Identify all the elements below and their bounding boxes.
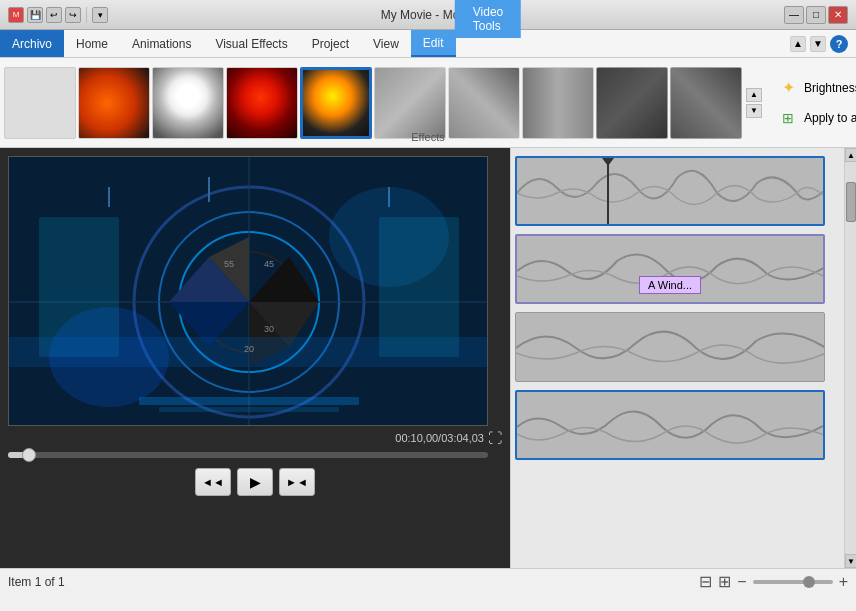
scrollbar-down-button[interactable]: ▼ bbox=[845, 554, 856, 568]
title-icons: M 💾 ↩ ↪ ▾ bbox=[8, 7, 108, 23]
timecode-display: 00:10,00/03:04,03 ⛶ bbox=[8, 430, 502, 446]
brightness-label: Brightness bbox=[804, 81, 856, 95]
scrollbar-thumb[interactable] bbox=[846, 182, 856, 222]
test-pattern-svg: 45 30 20 55 B A S E L I N E bbox=[9, 157, 487, 425]
maximize-button[interactable]: □ bbox=[806, 6, 826, 24]
dropdown-arrow[interactable]: ▾ bbox=[92, 7, 108, 23]
video-tools-label: Video Tools bbox=[455, 0, 521, 38]
redo-arrow: ↪ bbox=[65, 7, 81, 23]
forward-button[interactable]: ►◄ bbox=[279, 468, 315, 496]
waveform-4 bbox=[517, 392, 823, 458]
waveform-3 bbox=[516, 313, 824, 381]
brightness-button[interactable]: ✦ Brightness bbox=[772, 76, 856, 100]
save-icon[interactable]: 💾 bbox=[27, 7, 43, 23]
timecode-text: 00:10,00/03:04,03 bbox=[395, 432, 484, 444]
svg-text:55: 55 bbox=[224, 259, 234, 269]
preview-video: 45 30 20 55 B A S E L I N E bbox=[8, 156, 488, 426]
svg-point-21 bbox=[329, 187, 449, 287]
item-count-label: Item 1 of 1 bbox=[8, 575, 65, 589]
effect-gray1[interactable] bbox=[374, 67, 446, 139]
menu-animations[interactable]: Animations bbox=[120, 30, 203, 57]
svg-rect-28 bbox=[517, 392, 825, 460]
menu-archivo[interactable]: Archivo bbox=[0, 30, 64, 57]
zoom-in-button[interactable]: + bbox=[839, 573, 848, 591]
effects-label: Effects bbox=[411, 131, 444, 143]
scroll-down-button[interactable]: ▼ bbox=[746, 104, 762, 118]
view-grid-icon[interactable]: ⊟ bbox=[699, 572, 712, 591]
play-button[interactable]: ▶ bbox=[237, 468, 273, 496]
playback-controls: ◄◄ ▶ ►◄ bbox=[8, 468, 502, 496]
waveform-svg-4 bbox=[517, 392, 825, 460]
fullscreen-button[interactable]: ⛶ bbox=[488, 430, 502, 446]
apply-icon: ⊞ bbox=[778, 108, 798, 128]
apply-to-label: Apply to all bbox=[804, 111, 856, 125]
waveform-svg-1 bbox=[517, 158, 825, 226]
minimize-button[interactable]: — bbox=[784, 6, 804, 24]
svg-rect-25 bbox=[517, 158, 825, 226]
waveform-svg-3 bbox=[516, 313, 825, 382]
effect-gray2[interactable] bbox=[448, 67, 520, 139]
playhead[interactable] bbox=[607, 158, 609, 224]
progress-bar[interactable] bbox=[8, 452, 488, 458]
menu-edit[interactable]: Edit bbox=[411, 30, 456, 57]
effect-blank[interactable] bbox=[4, 67, 76, 139]
menu-project[interactable]: Project bbox=[300, 30, 361, 57]
menu-view[interactable]: View bbox=[361, 30, 411, 57]
forward-icon: ►◄ bbox=[286, 476, 308, 488]
play-icon: ▶ bbox=[250, 474, 261, 490]
divider bbox=[86, 7, 87, 23]
progress-thumb[interactable] bbox=[22, 448, 36, 462]
right-scrollbar: ▲ ▼ bbox=[844, 148, 856, 568]
menu-visual-effects[interactable]: Visual Effects bbox=[203, 30, 299, 57]
window-controls: — □ ✕ bbox=[784, 6, 848, 24]
view-list-icon[interactable]: ⊞ bbox=[718, 572, 731, 591]
timeline-track-4[interactable] bbox=[515, 390, 825, 460]
timeline-track-3[interactable] bbox=[515, 312, 825, 382]
text-overlay[interactable]: A Wind... bbox=[639, 276, 701, 294]
nav-up-arrow[interactable]: ▲ bbox=[790, 36, 806, 52]
svg-rect-19 bbox=[159, 407, 339, 412]
help-button[interactable]: ? bbox=[830, 35, 848, 53]
effect-yellow-selected[interactable] bbox=[300, 67, 372, 139]
svg-text:30: 30 bbox=[264, 324, 274, 334]
zoom-thumb[interactable] bbox=[803, 576, 815, 588]
nav-down-arrow[interactable]: ▼ bbox=[810, 36, 826, 52]
waveform-1 bbox=[517, 158, 823, 224]
svg-rect-27 bbox=[516, 313, 825, 382]
effect-dark[interactable] bbox=[596, 67, 668, 139]
status-right: ⊟ ⊞ − + bbox=[699, 572, 848, 591]
toolbar-scroll: ▲ ▼ bbox=[746, 88, 762, 118]
apply-to-all-button[interactable]: ⊞ Apply to all bbox=[772, 106, 856, 130]
timeline-track-1[interactable] bbox=[515, 156, 825, 226]
timeline-area: A Wind... bbox=[510, 148, 844, 568]
close-button[interactable]: ✕ bbox=[828, 6, 848, 24]
scrollbar-track[interactable] bbox=[845, 162, 856, 554]
scroll-up-button[interactable]: ▲ bbox=[746, 88, 762, 102]
window-title: My Movie - Movie Maker bbox=[108, 8, 784, 22]
rewind-icon: ◄◄ bbox=[202, 476, 224, 488]
svg-text:20: 20 bbox=[244, 344, 254, 354]
toolbar: ▲ ▼ ✦ Brightness ⊞ Apply to all Effects bbox=[0, 58, 856, 148]
title-bar: M 💾 ↩ ↪ ▾ My Movie - Movie Maker Video T… bbox=[0, 0, 856, 30]
menu-bar: Archivo Home Animations Visual Effects P… bbox=[0, 30, 856, 58]
effect-gray3[interactable] bbox=[522, 67, 594, 139]
menu-home[interactable]: Home bbox=[64, 30, 120, 57]
svg-point-20 bbox=[49, 307, 169, 407]
timeline-track-2[interactable]: A Wind... bbox=[515, 234, 825, 304]
svg-text:45: 45 bbox=[264, 259, 274, 269]
zoom-out-button[interactable]: − bbox=[737, 573, 746, 591]
zoom-slider[interactable] bbox=[753, 580, 833, 584]
svg-rect-18 bbox=[139, 397, 359, 405]
toolbar-right: ✦ Brightness ⊞ Apply to all bbox=[772, 76, 856, 130]
effect-medium[interactable] bbox=[670, 67, 742, 139]
effect-red-flower[interactable] bbox=[226, 67, 298, 139]
brightness-icon: ✦ bbox=[778, 78, 798, 98]
scrollbar-up-button[interactable]: ▲ bbox=[845, 148, 856, 162]
menu-right: ▲ ▼ ? bbox=[790, 35, 856, 53]
status-bar: Item 1 of 1 ⊟ ⊞ − + bbox=[0, 568, 856, 594]
effect-orange[interactable] bbox=[78, 67, 150, 139]
effect-white-flower[interactable] bbox=[152, 67, 224, 139]
rewind-button[interactable]: ◄◄ bbox=[195, 468, 231, 496]
preview-area: 45 30 20 55 B A S E L I N E bbox=[0, 148, 510, 568]
waveform-2: A Wind... bbox=[517, 236, 823, 302]
